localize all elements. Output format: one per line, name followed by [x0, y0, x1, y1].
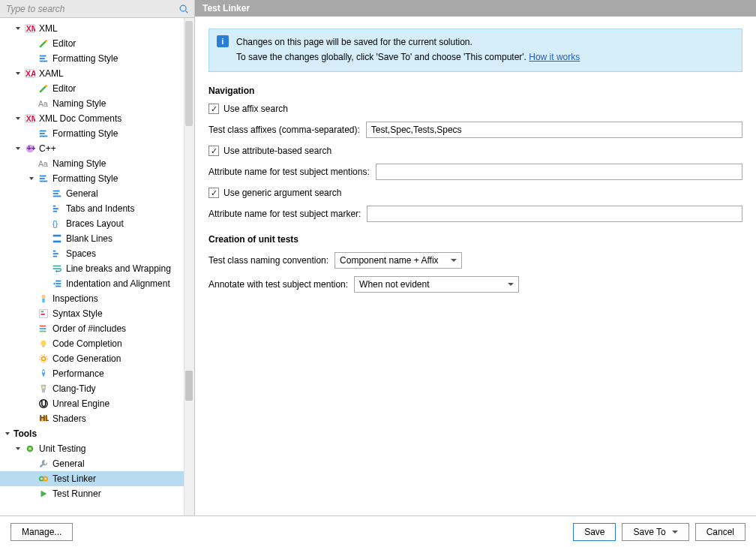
tree-item-label: Formatting Style	[52, 173, 118, 184]
tree-item-syntax-style[interactable]: Syntax Style	[0, 306, 184, 321]
svg-line-1	[186, 11, 188, 13]
use-generic-checkbox[interactable]	[208, 188, 219, 198]
rocket-icon	[38, 368, 50, 380]
how-it-works-link[interactable]: How it works	[529, 52, 580, 62]
tree-item-formatting-style[interactable]: Formatting Style	[0, 171, 184, 186]
svg-rect-14	[40, 136, 48, 137]
caret-down-icon[interactable]	[14, 114, 22, 123]
tree-item-label: Formatting Style	[52, 128, 118, 139]
run-icon	[38, 488, 50, 500]
search-icon[interactable]	[176, 2, 191, 17]
use-affix-checkbox[interactable]	[208, 104, 219, 114]
caret-down-icon[interactable]	[27, 174, 36, 183]
scrollbar-thumb[interactable]	[185, 371, 193, 401]
attr-mentions-input[interactable]	[376, 164, 742, 180]
save-to-button[interactable]: Save To	[622, 523, 688, 541]
svg-rect-19	[40, 178, 45, 179]
svg-point-40	[41, 356, 45, 360]
tree-item-tools[interactable]: Tools	[0, 426, 184, 441]
caret-down-icon[interactable]	[14, 69, 22, 78]
tree-item-label: Shaders	[52, 413, 86, 424]
tree-item-naming-style[interactable]: AaNaming Style	[0, 96, 184, 111]
svg-point-38	[41, 341, 46, 346]
xaml-icon: XAML	[24, 68, 36, 80]
svg-rect-28	[56, 283, 61, 284]
svg-text:XML: XML	[26, 24, 35, 33]
tree-item-tabs-and-indents[interactable]: Tabs and Indents	[0, 201, 184, 216]
tree-item-clang-tidy[interactable]: Clang-Tidy	[0, 381, 184, 396]
svg-rect-31	[42, 299, 45, 302]
tree-item-performance[interactable]: Performance	[0, 366, 184, 381]
pencil-icon	[38, 38, 50, 50]
svg-rect-27	[56, 281, 61, 282]
tree-item-unreal-engine[interactable]: UUnreal Engine	[0, 396, 184, 411]
manage-button[interactable]: Manage...	[10, 523, 73, 541]
tree-item-label: Editor	[52, 83, 76, 94]
annotate-select[interactable]: When not evident	[354, 276, 519, 293]
Aa-icon: Aa	[38, 98, 50, 110]
attr-marker-input[interactable]	[367, 206, 742, 222]
annotate-label: Annotate with test subject mention:	[208, 279, 348, 290]
svg-rect-6	[40, 61, 48, 62]
tree-item-blank-lines[interactable]: Blank Lines	[0, 231, 184, 246]
tree-item-indentation-and-alignment[interactable]: Indentation and Alignment	[0, 276, 184, 291]
convention-select[interactable]: Component name + Affix	[334, 252, 462, 269]
caret-down-icon[interactable]	[14, 24, 22, 33]
tree-item-label: Braces Layout	[66, 218, 124, 229]
tree-item-naming-style[interactable]: AaNaming Style	[0, 156, 184, 171]
tree-item-xaml[interactable]: XAMLXAML	[0, 66, 184, 81]
tree-item-formatting-style[interactable]: Formatting Style	[0, 126, 184, 141]
tree-item-order-of-includes[interactable]: Order of #includes	[0, 321, 184, 336]
attr-mentions-label: Attribute name for test subject mentions…	[208, 167, 370, 177]
tree-item-general[interactable]: General	[0, 186, 184, 201]
bulb-icon	[38, 338, 50, 350]
tree-item-xml-doc-comments[interactable]: XMLXML Doc Comments	[0, 111, 184, 126]
tree-item-label: XML Doc Comments	[39, 113, 122, 124]
tree-item-test-runner[interactable]: Test Runner	[0, 486, 184, 501]
tree-item-test-linker[interactable]: Test Linker	[0, 471, 184, 486]
tree-item-c-[interactable]: ++C++	[0, 141, 184, 156]
use-attr-checkbox[interactable]	[208, 146, 219, 156]
info-line-2: To save the changes globally, click 'Sav…	[236, 50, 580, 64]
blank-icon	[51, 233, 63, 245]
tree-item-braces-layout[interactable]: {}Braces Layout	[0, 216, 184, 231]
tree-item-shaders[interactable]: HLSLShaders	[0, 411, 184, 426]
wrench-icon	[38, 458, 50, 470]
svg-rect-37	[40, 331, 46, 332]
search-row	[0, 0, 194, 18]
scrollbar-thumb[interactable]	[185, 21, 193, 126]
caret-down-icon[interactable]	[14, 144, 22, 153]
tree-item-code-generation[interactable]: Code Generation	[0, 351, 184, 366]
caret-down-icon[interactable]	[3, 429, 12, 438]
tree-item-label: Unit Testing	[39, 443, 86, 454]
tree-item-unit-testing[interactable]: Unit Testing	[0, 441, 184, 456]
tree-item-general[interactable]: General	[0, 456, 184, 471]
xml-icon: XML	[24, 23, 36, 35]
tree-item-editor[interactable]: Editor	[0, 36, 184, 51]
tree-item-code-completion[interactable]: Code Completion	[0, 336, 184, 351]
nav-tree[interactable]: XMLXMLEditorFormatting StyleXAMLXAMLEdit…	[0, 18, 184, 515]
affixes-label: Test class affixes (comma-separated):	[208, 125, 360, 135]
tree-item-label: Line breaks and Wrapping	[66, 263, 171, 274]
svg-rect-29	[56, 286, 61, 287]
affixes-input[interactable]	[366, 122, 742, 138]
tree-item-editor[interactable]: Editor	[0, 81, 184, 96]
svg-text:{}: {}	[52, 219, 58, 228]
tree-item-spaces[interactable]: Spaces	[0, 246, 184, 261]
tree-item-inspections[interactable]: Inspections	[0, 291, 184, 306]
caret-down-icon[interactable]	[14, 444, 22, 453]
svg-rect-13	[40, 133, 45, 134]
info-line-1: Changes on this page will be saved for t…	[236, 35, 580, 49]
search-input[interactable]	[3, 2, 176, 17]
save-button[interactable]: Save	[573, 523, 616, 541]
cpp-icon: ++	[24, 143, 36, 155]
cancel-button[interactable]: Cancel	[695, 523, 746, 541]
tree-scrollbar[interactable]	[184, 18, 194, 515]
tree-item-line-breaks-and-wrapping[interactable]: Line breaks and Wrapping	[0, 261, 184, 276]
inspect-icon	[38, 293, 50, 305]
section-creation: Creation of unit tests	[208, 234, 742, 245]
info-banner: i Changes on this page will be saved for…	[208, 29, 742, 72]
tree-item-formatting-style[interactable]: Formatting Style	[0, 51, 184, 66]
svg-rect-22	[53, 193, 58, 194]
tree-item-xml[interactable]: XMLXML	[0, 21, 184, 36]
